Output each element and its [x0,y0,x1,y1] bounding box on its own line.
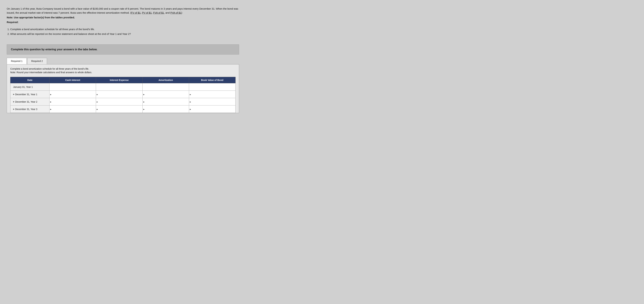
cash-interest-jan1[interactable] [50,83,96,91]
cash-interest-dec31-yr1[interactable]: ▶ [50,91,96,98]
header-date: Date [10,77,50,83]
book-value-input-dec31-yr3[interactable] [189,106,236,112]
cell-arrow: ▶ [190,93,191,95]
row-arrow-yr1: ▶ [13,93,14,95]
date-dec31-yr1: ▶ December 31, Year 1 [10,91,50,98]
interest-expense-input-jan1[interactable] [96,83,142,90]
date-dec31-yr3: ▶ December 31, Year 3 [10,105,50,113]
problem-note: Note: Use appropriate factor(s) from the… [7,15,242,19]
cell-arrow: ▶ [97,101,98,103]
cash-interest-input-dec31-yr1[interactable] [50,91,96,97]
header-interest-expense: Interest Expense [96,77,142,83]
tab-required1[interactable]: Required 1 [7,58,27,64]
date-jan1: January 01, Year 1 [10,83,50,91]
tabs-container: Required 1 Required 2 Complete a bond am… [7,58,239,113]
amortization-input-dec31-yr3[interactable] [142,106,189,112]
amortization-table: Date Cash Interest Interest Expense Amor… [10,77,236,113]
book-value-dec31-yr1[interactable]: ▶ [189,91,236,98]
amortization-input-dec31-yr1[interactable] [142,91,189,97]
problem-intro: On January 1 of this year, Ikuta Company… [7,7,242,15]
cell-arrow: ▶ [97,108,98,110]
tab-description: Complete a bond amortization schedule fo… [10,67,236,74]
cash-interest-dec31-yr2[interactable]: ▶ [50,98,96,105]
book-value-jan1[interactable] [189,83,236,91]
tab-desc-line1: Complete a bond amortization schedule fo… [10,67,236,71]
problem-required-label: Required: [7,20,242,24]
cell-arrow: ▶ [143,101,145,103]
tab-content-required1: Complete a bond amortization schedule fo… [7,64,239,113]
book-value-input-jan1[interactable] [189,83,236,90]
book-value-dec31-yr3[interactable]: ▶ [189,105,236,113]
table-header-row: Date Cash Interest Interest Expense Amor… [10,77,236,83]
header-book-value: Book Value of Bond [189,77,236,83]
cell-arrow: ▶ [190,108,191,110]
amortization-input-jan1[interactable] [142,83,189,90]
interest-expense-input-dec31-yr1[interactable] [96,91,142,97]
amortization-dec31-yr3[interactable]: ▶ [142,105,189,113]
requirement-2: 2. What amounts will be reported on the … [7,32,242,36]
amortization-dec31-yr2[interactable]: ▶ [142,98,189,105]
cash-interest-input-dec31-yr2[interactable] [50,99,96,105]
date-dec31-yr2: ▶ December 31, Year 2 [10,98,50,105]
book-value-dec31-yr2[interactable]: ▶ [189,98,236,105]
cash-interest-dec31-yr3[interactable]: ▶ [50,105,96,113]
table-row: ▶ December 31, Year 1 ▶ ▶ [10,91,236,98]
table-row: January 01, Year 1 [10,83,236,91]
header-amortization: Amortization [142,77,189,83]
book-value-input-dec31-yr2[interactable] [189,99,236,105]
amortization-input-dec31-yr2[interactable] [142,99,189,105]
amortization-dec31-yr1[interactable]: ▶ [142,91,189,98]
requirement-1: 1. Complete a bond amortization schedule… [7,27,242,31]
row-arrow-yr2: ▶ [13,101,14,103]
header-cash-interest: Cash Interest [50,77,96,83]
instruction-box: Complete this question by entering your … [7,44,239,54]
requirements-list: 1. Complete a bond amortization schedule… [7,27,242,36]
cell-arrow: ▶ [97,93,98,95]
table-row: ▶ December 31, Year 3 ▶ ▶ [10,105,236,113]
interest-expense-dec31-yr2[interactable]: ▶ [96,98,142,105]
interest-expense-dec31-yr3[interactable]: ▶ [96,105,142,113]
row-arrow-yr3: ▶ [13,108,14,110]
interest-expense-input-dec31-yr3[interactable] [96,106,142,112]
cell-arrow: ▶ [50,101,52,103]
interest-expense-jan1[interactable] [96,83,142,91]
cell-arrow: ▶ [50,93,52,95]
book-value-input-dec31-yr1[interactable] [189,91,236,97]
cell-arrow: ▶ [50,108,52,110]
cell-arrow: ▶ [143,93,145,95]
interest-expense-dec31-yr1[interactable]: ▶ [96,91,142,98]
tab-required2[interactable]: Required 2 [27,58,47,64]
tabs-row: Required 1 Required 2 [7,58,239,64]
table-row: ▶ December 31, Year 2 ▶ ▶ [10,98,236,105]
interest-expense-input-dec31-yr2[interactable] [96,99,142,105]
amortization-jan1[interactable] [142,83,189,91]
cash-interest-input-dec31-yr3[interactable] [50,106,96,112]
tab-desc-line2: Note: Round your intermediate calculatio… [10,71,236,74]
cash-interest-input-jan1[interactable] [50,83,96,90]
cell-arrow: ▶ [143,108,145,110]
cell-arrow: ▶ [190,101,191,103]
problem-container: On January 1 of this year, Ikuta Company… [7,5,242,41]
